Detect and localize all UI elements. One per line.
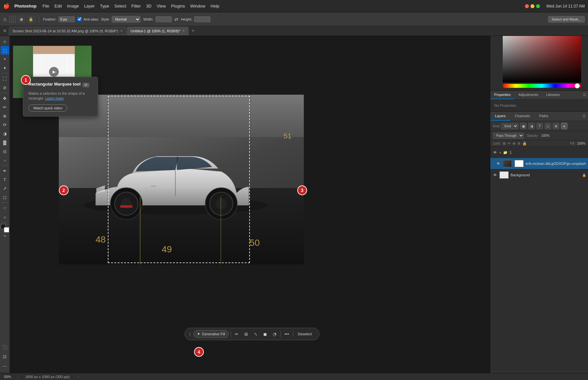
paths-tab[interactable]: Paths <box>535 112 553 121</box>
zoom-tool[interactable]: ⌕ <box>1 213 9 221</box>
layers-filter-smart[interactable]: ⊞ <box>553 123 559 129</box>
layers-filter-adjust[interactable]: ◑ <box>528 123 535 129</box>
ctx-adjust-btn[interactable]: ◔ <box>271 330 278 338</box>
layer-background-row[interactable]: 👁 Background 🔒 <box>490 169 588 181</box>
style-select[interactable]: Normal Fixed Ratio Fixed Size <box>112 16 140 23</box>
layer-car-row[interactable]: 👁 erik-mclean-dbLgODXOPgo-unsplash <box>490 158 588 169</box>
play-button[interactable]: ▶ <box>49 67 59 77</box>
healing-tool[interactable]: ✤ <box>1 94 9 103</box>
hand-tool[interactable]: ☞ <box>1 204 9 212</box>
history-brush-tool[interactable]: ⟳ <box>1 120 9 129</box>
pen-tool[interactable]: ✒ <box>1 166 9 175</box>
menu-3d[interactable]: 3D <box>146 4 152 8</box>
tab-untitled[interactable]: Untitled-1 @ 100% (1, RGB/8)* ✕ <box>127 27 188 35</box>
gradient-tool[interactable]: ▓ <box>1 138 9 147</box>
adjustments-tab[interactable]: Adjustments <box>514 91 542 99</box>
close-btn[interactable] <box>525 4 529 8</box>
lock-position-icon[interactable]: ⊕ <box>513 141 515 146</box>
layers-filter-extra[interactable]: ● <box>561 123 567 129</box>
color-hue-bar[interactable] <box>503 84 581 88</box>
menu-select[interactable]: Select <box>114 4 126 8</box>
lock-all-icon[interactable]: 🔒 <box>522 141 527 146</box>
tab-screenshot[interactable]: Screen Shot 2023-06-14 at 10.55.32 AM.pn… <box>9 27 126 35</box>
blur-tool[interactable]: ◎ <box>1 147 9 155</box>
feather-input[interactable] <box>58 16 75 22</box>
layer-group-1-visibility[interactable]: 👁 <box>492 150 498 155</box>
maximize-btn[interactable] <box>536 4 540 8</box>
menu-filter[interactable]: Filter <box>131 4 141 8</box>
layers-filter-shape[interactable]: ◻ <box>545 123 551 129</box>
color-boxes[interactable] <box>1 224 9 232</box>
lasso-tool[interactable]: ⌖ <box>1 55 9 63</box>
minimize-btn[interactable] <box>531 4 534 8</box>
menu-edit[interactable]: Edit <box>55 4 62 8</box>
hue-slider[interactable] <box>575 83 580 88</box>
layers-panel-menu[interactable]: ☰ <box>580 112 588 121</box>
layers-filter-pixel[interactable]: ▣ <box>520 123 527 129</box>
quick-mask-tool[interactable]: ⬛ <box>1 343 9 351</box>
layers-tab[interactable]: Layers <box>490 112 510 121</box>
layer-group-1-arrow[interactable]: ▾ <box>499 151 501 154</box>
width-input[interactable] <box>155 16 172 22</box>
eraser-tool[interactable]: ◑ <box>1 129 9 138</box>
height-input[interactable] <box>194 16 210 22</box>
learn-more-link[interactable]: Learn more <box>45 96 63 100</box>
select-mask-button[interactable]: Select and Mask... <box>548 16 585 23</box>
ctx-transform-btn[interactable]: ⤡ <box>252 330 259 338</box>
layers-kind-select[interactable]: Kind <box>501 123 518 129</box>
background-color[interactable] <box>4 227 9 232</box>
stamp-tool[interactable]: ⊗ <box>1 112 9 120</box>
status-arrow[interactable]: › <box>77 374 79 379</box>
layers-filter-text[interactable]: T <box>536 123 543 129</box>
canvas-area[interactable]: ▶ <box>10 36 490 373</box>
ctx-pencil-btn[interactable]: ✏ <box>233 330 240 338</box>
path-selection-tool[interactable]: ↗ <box>1 184 9 193</box>
properties-tab[interactable]: Properties <box>490 91 514 99</box>
shape-tool[interactable]: ◻ <box>1 193 9 201</box>
layer-group-1-row[interactable]: 👁 ▾ 📁 1 <box>490 147 588 158</box>
menu-file[interactable]: File <box>42 4 49 8</box>
close-tab-icon[interactable]: ✕ <box>3 28 7 34</box>
menu-window[interactable]: Window <box>190 4 205 8</box>
deselect-button[interactable]: Deselect <box>295 331 315 337</box>
swap-dimensions-icon[interactable]: ⇄ <box>174 17 178 22</box>
menu-image[interactable]: Image <box>67 4 79 8</box>
crop-tool[interactable]: ⛶ <box>1 74 9 83</box>
ctx-more-btn[interactable]: ••• <box>283 330 291 338</box>
screen-mode-tool[interactable]: ⊡ <box>1 352 9 361</box>
object-selection-tool[interactable]: ✦ <box>1 64 9 72</box>
brush-tool[interactable]: ✏ <box>1 103 9 111</box>
home-icon[interactable]: ⌂ <box>3 16 7 22</box>
blend-mode-select[interactable]: Pass Through Normal Multiply Screen <box>493 133 524 139</box>
tab-screenshot-close[interactable]: ✕ <box>120 29 123 33</box>
tab-untitled-close[interactable]: ✕ <box>182 29 185 33</box>
apple-icon[interactable]: 🍎 <box>3 3 10 9</box>
menu-view[interactable]: View <box>157 4 166 8</box>
ctx-grid-btn[interactable]: ⊞ <box>242 330 250 338</box>
menu-help[interactable]: Help <box>211 4 220 8</box>
generative-fill-button[interactable]: ✦ Generative Fill <box>193 330 229 338</box>
menu-plugins[interactable]: Plugins <box>171 4 185 8</box>
channels-tab[interactable]: Channels <box>510 112 534 121</box>
anti-alias-checkbox[interactable] <box>77 17 82 21</box>
swap-colors-icon[interactable]: ⇆ <box>4 234 6 238</box>
marquee-type-icon[interactable]: ⬚ <box>9 16 16 23</box>
text-tool[interactable]: T <box>1 175 9 184</box>
lock-transparent-icon[interactable]: ⊞ <box>503 141 506 146</box>
more-tools[interactable]: ⋯ <box>1 362 9 370</box>
menu-layer[interactable]: Layer <box>84 4 95 8</box>
layer-car-visibility[interactable]: 👁 <box>496 161 501 166</box>
marquee-add-icon[interactable]: ▣ <box>18 16 25 23</box>
add-tab-icon[interactable]: ＋ <box>190 27 196 34</box>
move-tool[interactable]: ⊹ <box>1 37 9 46</box>
libraries-tab[interactable]: Libraries <box>542 91 564 99</box>
menu-type[interactable]: Type <box>100 4 109 8</box>
lock-image-icon[interactable]: ✏ <box>508 141 511 146</box>
properties-panel-menu[interactable]: ☰ <box>581 91 588 99</box>
lock-artboard-icon[interactable]: ⊗ <box>517 141 520 146</box>
dodge-tool[interactable]: ⬦ <box>1 156 9 164</box>
eyedropper-tool[interactable]: ⊘ <box>1 83 9 92</box>
ctx-mask-btn[interactable]: ◼ <box>261 330 269 338</box>
layer-bg-visibility[interactable]: 👁 <box>492 172 498 178</box>
marquee-tool-btn[interactable]: ⬚ <box>1 46 9 55</box>
